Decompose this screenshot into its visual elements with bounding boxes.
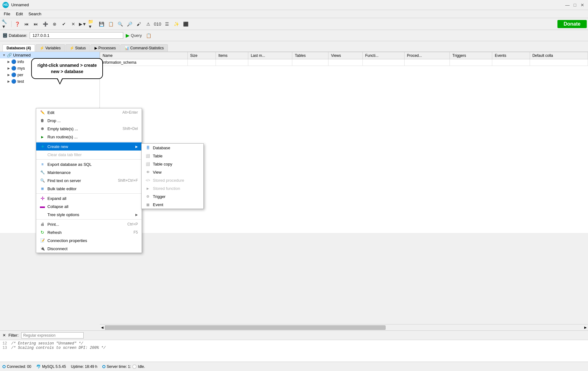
cm-connprop[interactable]: 📝 Connection properties — [36, 236, 142, 245]
titlebar: HS Unnamed — □ ✕ — [0, 0, 588, 10]
cm-empty-label: Empty table(s) ... — [47, 126, 78, 131]
filter-input[interactable] — [21, 332, 84, 339]
sm-table[interactable]: ⬜ Table — [142, 152, 203, 160]
toolbar-dropdown[interactable]: 🔧▼ — [1, 20, 10, 28]
filter-close-icon[interactable]: ✕ — [2, 333, 6, 338]
col-functi[interactable]: Functi... — [362, 52, 404, 59]
col-lastm[interactable]: Last m... — [248, 52, 292, 59]
toolbar-binary[interactable]: 010 — [153, 20, 162, 28]
toolbar-x[interactable]: ✕ — [69, 20, 78, 28]
toolbar-magic[interactable]: ✨ — [172, 20, 181, 28]
cm-disconnect-left: 🔌 Disconnect — [40, 246, 67, 251]
query-icon2[interactable]: 📋 — [144, 31, 153, 40]
cm-maintenance[interactable]: 🔧 Maintenance — [36, 168, 142, 176]
col-triggers[interactable]: Triggers — [450, 52, 492, 59]
toolbar-brush[interactable]: 🖌 — [134, 20, 143, 28]
toolbar-check[interactable]: ✔ — [60, 20, 68, 28]
sm-event[interactable]: ▦ Event — [142, 200, 203, 209]
cm-edit[interactable]: ✏️ Edit Alt+Enter — [36, 108, 142, 116]
cm-treestyle[interactable]: Tree style options ▶ — [36, 210, 142, 219]
toolbar-add[interactable]: ➕ — [41, 20, 50, 28]
cm-collapseall[interactable]: ▬ Collapse all — [36, 202, 142, 210]
tab-status[interactable]: ⚡ Status — [66, 44, 90, 52]
toolbar-cancel[interactable]: ⊗ — [50, 20, 59, 28]
col-size[interactable]: Size — [187, 52, 216, 59]
cm-refresh[interactable]: ↻ Refresh F5 — [36, 228, 142, 236]
cm-run[interactable]: ▶ Run routine(s) ... — [36, 133, 142, 141]
table-row[interactable]: information_schema — [100, 59, 588, 66]
cm-disconnect[interactable]: 🔌 Disconnect — [36, 245, 142, 253]
col-views[interactable]: Views — [328, 52, 362, 59]
cell-triggers — [450, 59, 492, 66]
menu-edit[interactable]: Edit — [13, 11, 25, 17]
col-proced[interactable]: Proced... — [404, 52, 450, 59]
minimize-button[interactable]: — — [564, 2, 571, 8]
tab-processes[interactable]: ▶ Processes — [90, 44, 120, 52]
sm-storedproc-label: Stored procedure — [153, 178, 184, 183]
toolbar-folder[interactable]: 📁▼ — [88, 20, 96, 28]
tab-variables[interactable]: ⚡ Variables — [36, 44, 65, 52]
col-items[interactable]: Items — [216, 52, 248, 59]
maintenance-icon: 🔧 — [40, 170, 45, 175]
toolbar-run[interactable]: ▶▼ — [78, 20, 87, 28]
scroll-right-arrow[interactable]: ▶ — [583, 325, 588, 330]
cell-tables — [292, 59, 328, 66]
cm-expandall-left: ✛ Expand all — [40, 196, 66, 201]
cm-edit-label: Edit — [47, 110, 54, 115]
sidebar-label-mys: mys — [17, 66, 25, 71]
database-label: Database: — [9, 33, 27, 38]
cm-print-shortcut: Ctrl+P — [127, 222, 138, 226]
cm-empty-left: ⊗ Empty table(s) ... — [40, 126, 78, 131]
toolbar-search2[interactable]: 🔎 — [125, 20, 134, 28]
close-button[interactable]: ✕ — [579, 2, 586, 8]
toolbar-warn[interactable]: ⚠ — [144, 20, 153, 28]
cm-print[interactable]: 🖨 Print... Ctrl+P — [36, 220, 142, 228]
sm-trigger[interactable]: ⚙ Trigger — [142, 192, 203, 200]
sidebar-item-test[interactable]: ▶ 🔵 test — [0, 78, 100, 85]
scroll-left-arrow[interactable]: ◀ — [100, 325, 105, 330]
cm-bulkeditor[interactable]: ≣ Bulk table editor — [36, 185, 142, 193]
toolbar-save[interactable]: 💾 — [97, 20, 106, 28]
sm-tablecopy[interactable]: ⬜ Table copy — [142, 160, 203, 168]
tab-command-stats[interactable]: 📊 Command-Statistics — [120, 44, 168, 52]
cm-expandall[interactable]: ✛ Expand all — [36, 194, 142, 202]
sm-database[interactable]: 🗄 Database — [142, 144, 203, 152]
scroll-thumb[interactable] — [105, 325, 386, 330]
cm-treestyle-left: Tree style options — [40, 212, 79, 217]
connection-icon: 🔗 — [7, 53, 12, 57]
sm-tablecopy-label: Table copy — [153, 162, 172, 166]
donate-button[interactable]: Donate — [557, 20, 587, 28]
cm-drop[interactable]: 🗑 Drop ... — [36, 116, 142, 125]
toolbar-save2[interactable]: 📋 — [106, 20, 115, 28]
col-name[interactable]: Name — [100, 52, 188, 59]
menu-search[interactable]: Search — [26, 11, 44, 17]
cm-clearfilter-left: Clear data tab filter — [40, 152, 82, 157]
sm-view[interactable]: 👁 View — [142, 168, 203, 176]
menu-file[interactable]: File — [1, 11, 13, 17]
horizontal-scrollbar[interactable]: ◀ ▶ — [100, 324, 588, 330]
toolbar-list[interactable]: ☰ — [163, 20, 171, 28]
tabbar: Databases (4) ⚡ Variables ⚡ Status ▶ Pro… — [0, 41, 588, 52]
cm-collapseall-left: ▬ Collapse all — [40, 204, 68, 209]
col-tables[interactable]: Tables — [292, 52, 328, 59]
toolbar-help[interactable]: ❓ — [13, 20, 22, 28]
maximize-button[interactable]: □ — [572, 2, 578, 8]
toolbar-first[interactable]: ⏮ — [22, 20, 31, 28]
col-collation[interactable]: Default colla — [530, 52, 588, 59]
toolbar-last[interactable]: ⏭ — [32, 20, 40, 28]
cm-empty[interactable]: ⊗ Empty table(s) ... Shift+Del — [36, 125, 142, 133]
log-text-12: /* Entering session "Unnamed" */ — [11, 341, 83, 346]
query-button[interactable]: ▶ Query — [126, 32, 142, 38]
cm-findtext[interactable]: 🔍 Find text on server Shift+Ctrl+F — [36, 176, 142, 185]
tab-databases[interactable]: Databases (4) — [2, 44, 35, 52]
toolbar-stop[interactable]: ⬛ — [181, 20, 190, 28]
toolbar-search[interactable]: 🔍 — [116, 20, 124, 28]
cm-createnew[interactable]: ✦ Create new ▶ — [36, 142, 142, 151]
cell-events — [492, 59, 530, 66]
expand-arrow-root: ▼ — [2, 53, 6, 57]
log-area: 12 /* Entering session "Unnamed" */ 13 /… — [0, 340, 588, 362]
col-events[interactable]: Events — [492, 52, 530, 59]
sidebar-root[interactable]: ▼ 🔗 Unnamed — [0, 52, 100, 58]
log-line-13: 13 /* Scaling controls to screen DPI: 20… — [2, 346, 586, 350]
cm-export[interactable]: ≡ Export database as SQL — [36, 160, 142, 168]
